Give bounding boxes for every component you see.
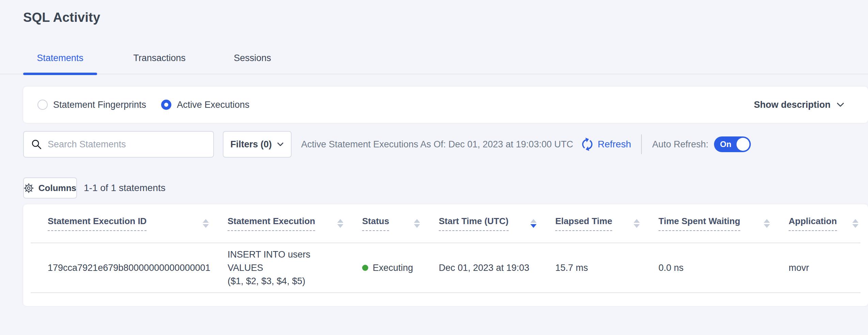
vertical-divider	[641, 134, 642, 154]
column-header-start-time[interactable]: Start Time (UTC)	[439, 204, 555, 243]
controls-row: Filters (0) Active Statement Executions …	[23, 131, 868, 158]
column-header-label: Time Spent Waiting	[658, 216, 740, 231]
page-title: SQL Activity	[23, 10, 868, 25]
column-header-statement-execution-id[interactable]: Statement Execution ID	[31, 204, 228, 243]
column-header-label: Application	[789, 216, 837, 231]
column-header-label: Statement Execution ID	[48, 216, 146, 231]
statement-line-2: ($1, $2, $3, $4, $5)	[228, 275, 348, 288]
toggle-state-label: On	[720, 140, 731, 149]
radio-statement-fingerprints[interactable]: Statement Fingerprints	[37, 100, 146, 110]
cell-statement: INSERT INTO users VALUES ($1, $2, $3, $4…	[228, 243, 362, 292]
sort-icon	[634, 219, 640, 228]
columns-button[interactable]: Columns	[23, 177, 77, 199]
sql-activity-page: SQL Activity Statements Transactions Ses…	[0, 10, 868, 335]
status-dot-icon	[362, 265, 368, 271]
sort-icon	[337, 219, 343, 228]
chevron-down-icon	[836, 100, 845, 109]
search-input[interactable]	[48, 139, 206, 150]
column-header-label: Start Time (UTC)	[439, 216, 509, 231]
search-box	[23, 131, 214, 158]
sort-icon	[203, 219, 209, 228]
column-header-label: Elapsed Time	[555, 216, 612, 231]
cell-status: Executing	[362, 243, 439, 292]
tab-statements[interactable]: Statements	[23, 46, 97, 74]
cell-elapsed-time: 15.7 ms	[555, 243, 658, 292]
auto-refresh-label: Auto Refresh:	[652, 139, 708, 150]
cell-execution-id: 179cca7921e679b80000000000000001	[31, 243, 228, 292]
tab-sessions[interactable]: Sessions	[222, 46, 283, 74]
sort-icon	[852, 219, 858, 228]
radio-circle-selected-icon	[161, 100, 171, 110]
refresh-label: Refresh	[598, 139, 631, 150]
view-mode-card: Statement Fingerprints Active Executions…	[23, 87, 868, 123]
radio-label: Statement Fingerprints	[53, 100, 146, 110]
sort-icon	[764, 219, 770, 228]
table-header-row: Statement Execution ID Statement Executi…	[31, 204, 861, 243]
toggle-knob	[737, 138, 749, 151]
table-toolbar: Columns 1-1 of 1 statements	[23, 177, 868, 199]
show-description-label: Show description	[754, 100, 831, 110]
table-row: 179cca7921e679b80000000000000001 INSERT …	[31, 243, 861, 293]
cell-application: movr	[789, 243, 861, 292]
status-label: Executing	[373, 263, 413, 273]
filters-button[interactable]: Filters (0)	[223, 131, 292, 158]
radio-circle-icon	[37, 100, 48, 110]
auto-refresh-control: Auto Refresh: On	[652, 136, 750, 152]
radio-label: Active Executions	[177, 100, 249, 110]
chevron-down-icon	[277, 141, 284, 148]
column-header-elapsed-time[interactable]: Elapsed Time	[555, 204, 658, 243]
sort-desc-icon	[530, 219, 537, 228]
refresh-button[interactable]: Refresh	[580, 137, 631, 151]
filters-label: Filters (0)	[230, 139, 272, 150]
gear-icon	[24, 183, 34, 193]
cell-time-spent-waiting: 0.0 ns	[658, 243, 789, 292]
tab-transactions[interactable]: Transactions	[119, 46, 200, 74]
as-of-timestamp: Active Statement Executions As Of: Dec 0…	[301, 139, 573, 150]
statement-line-1: INSERT INTO users VALUES	[228, 248, 348, 275]
tab-bar: Statements Transactions Sessions	[0, 46, 868, 74]
column-header-status[interactable]: Status	[362, 204, 439, 243]
column-header-time-spent-waiting[interactable]: Time Spent Waiting	[658, 204, 789, 243]
statements-table-card: Statement Execution ID Statement Executi…	[23, 204, 868, 306]
column-header-label: Status	[362, 216, 389, 231]
result-count: 1-1 of 1 statements	[84, 183, 166, 193]
radio-active-executions[interactable]: Active Executions	[161, 100, 249, 110]
column-header-application[interactable]: Application	[789, 204, 861, 243]
column-header-label: Statement Execution	[228, 216, 315, 231]
search-icon	[31, 139, 42, 150]
auto-refresh-toggle[interactable]: On	[714, 136, 751, 152]
column-header-statement-execution[interactable]: Statement Execution	[228, 204, 362, 243]
sort-icon	[414, 219, 420, 228]
show-description-toggle[interactable]: Show description	[754, 100, 845, 110]
cell-start-time: Dec 01, 2023 at 19:03	[439, 243, 555, 292]
columns-button-label: Columns	[38, 183, 76, 193]
refresh-icon	[580, 137, 594, 151]
